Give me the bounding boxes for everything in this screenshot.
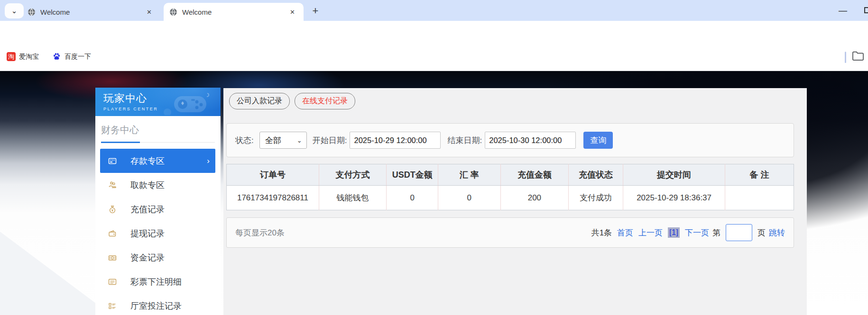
col-payment-method: 支付方式 <box>319 164 386 186</box>
tab-welcome-2[interactable]: Welcome ✕ <box>164 3 304 21</box>
col-submit-time: 提交时间 <box>623 164 725 186</box>
prev-page-link[interactable]: 上一页 <box>638 227 663 238</box>
next-page-link[interactable]: 下一页 <box>685 227 709 238</box>
col-order-number: 订单号 <box>227 164 319 186</box>
sidebar-subtitle: PLAYERS CENTER <box>103 107 221 111</box>
end-date-input[interactable] <box>485 132 576 149</box>
table-header-row: 订单号 支付方式 USDT金额 汇 率 充值金额 充值状态 提交时间 备 注 <box>227 164 794 186</box>
table-row: 1761734197826811 钱能钱包 0 0 200 支付成功 2025-… <box>227 186 794 210</box>
cell-usdt-amount: 0 <box>387 186 438 210</box>
cell-submit-time: 2025-10-29 18:36:37 <box>623 186 725 210</box>
deposit-icon <box>108 156 117 166</box>
sidebar-item-withdrawal-records[interactable]: 提现记录 <box>95 221 221 245</box>
background-wedge <box>0 220 111 315</box>
sidebar-item-label: 充值记录 <box>130 204 165 215</box>
jump-page-input[interactable] <box>726 224 752 241</box>
tab-company-deposit-records[interactable]: 公司入款记录 <box>229 93 290 109</box>
tab-close-icon[interactable]: ✕ <box>144 8 155 17</box>
cell-payment-method: 钱能钱包 <box>319 186 386 210</box>
bookmark-aitaobao[interactable]: 淘 爱淘宝 <box>7 52 39 61</box>
tab-strip: ⌄ Welcome ✕ Welcome ✕ + — <box>0 0 868 21</box>
col-exchange-rate: 汇 率 <box>438 164 501 186</box>
section-label: 财务中心 <box>101 124 215 136</box>
sidebar-item-label: 厅室投注记录 <box>130 300 182 312</box>
sidebar-item-fund-records[interactable]: 资金记录 <box>95 245 221 270</box>
tab-welcome-1[interactable]: Welcome ✕ <box>22 3 160 21</box>
jump-prefix: 第 <box>712 227 720 238</box>
tab-search-button[interactable]: ⌄ <box>5 3 24 18</box>
list-card-icon <box>108 277 117 287</box>
cell-exchange-rate: 0 <box>438 186 501 210</box>
gamepad-icon <box>162 90 214 115</box>
money-bag-icon <box>108 205 117 214</box>
records-table: 订单号 支付方式 USDT金额 汇 率 充值金额 充值状态 提交时间 备 注 1… <box>226 164 794 210</box>
filter-bar: 状态: 全部 ⌄ 开始日期: 结束日期: 查询 <box>226 123 794 157</box>
current-page: [1] <box>668 227 680 238</box>
sidebar-item-lottery-bet-details[interactable]: 彩票下注明细 <box>95 270 221 294</box>
status-select[interactable]: 全部 ⌄ <box>259 132 307 149</box>
pagination-bar: 每页显示20条 共1条 首页 上一页 [1] 下一页 第 页 跳转 <box>226 217 794 248</box>
cell-recharge-amount: 200 <box>500 186 569 210</box>
bookmark-label: 百度一下 <box>65 53 91 61</box>
tab-title: Welcome <box>40 8 144 16</box>
query-button[interactable]: 查询 <box>583 132 613 149</box>
jump-button[interactable]: 跳转 <box>769 227 785 238</box>
first-page-link[interactable]: 首页 <box>617 227 633 238</box>
tab-close-icon[interactable]: ✕ <box>287 8 298 17</box>
sidebar-item-label: 提现记录 <box>130 228 165 239</box>
bookmark-baidu[interactable]: 百度一下 <box>52 52 91 61</box>
col-recharge-amount: 充值金额 <box>500 164 569 186</box>
sidebar-item-label: 彩票下注明细 <box>130 276 182 288</box>
cell-remark <box>725 186 794 210</box>
bookmarks-folder-icon[interactable] <box>852 51 864 61</box>
taobao-icon: 淘 <box>7 52 16 61</box>
sidebar-item-withdraw-zone[interactable]: 取款专区 <box>95 173 221 197</box>
sidebar-menu: 存款专区 › 取款专区 充值记录 提现记录 资金记录 <box>95 149 221 315</box>
sidebar-item-recharge-records[interactable]: 充值记录 <box>95 197 221 221</box>
jump-suffix: 页 <box>757 227 766 238</box>
tab-online-payment-records[interactable]: 在线支付记录 <box>295 93 355 109</box>
chevron-down-icon: ⌄ <box>297 137 302 144</box>
new-tab-button[interactable]: + <box>308 4 323 18</box>
sidebar-item-deposit[interactable]: 存款专区 › <box>100 149 215 173</box>
cash-icon <box>108 253 117 262</box>
sidebar-banner: 玩家中心 PLAYERS CENTER <box>95 88 221 116</box>
maximize-button[interactable] <box>864 7 868 13</box>
browser-window: ⌄ Welcome ✕ Welcome ✕ + — ← → js13.cc/hh… <box>0 0 868 315</box>
tab-title: Welcome <box>182 8 287 16</box>
col-remark: 备 注 <box>725 164 794 186</box>
grid-list-icon <box>108 301 117 311</box>
status-selected-value: 全部 <box>265 135 281 146</box>
main-panel: 公司入款记录 在线支付记录 状态: 全部 ⌄ 开始日期: 结束日期: 查询 <box>223 88 807 315</box>
bookmark-label: 爱淘宝 <box>19 53 39 61</box>
col-usdt-amount: USDT金额 <box>387 164 438 186</box>
chevron-down-icon: ⌄ <box>11 7 18 15</box>
cell-recharge-status: 支付成功 <box>569 186 623 210</box>
sidebar-item-label: 取款专区 <box>130 180 165 191</box>
page-size-text: 每页显示20条 <box>235 227 285 238</box>
browser-toolbar: ← → js13.cc/hhcp/usercenter.html?iniType… <box>0 21 868 43</box>
end-date-label: 结束日期: <box>447 135 482 146</box>
bookmarks-bar: 淘 爱淘宝 百度一下 <box>0 43 868 71</box>
cell-order-number: 1761734197826811 <box>227 186 319 210</box>
status-label: 状态: <box>235 135 254 146</box>
globe-icon <box>28 8 36 16</box>
sidebar-item-hall-bet-records[interactable]: 厅室投注记录 <box>95 294 221 315</box>
minimize-button[interactable]: — <box>836 5 850 16</box>
record-tabs: 公司入款记录 在线支付记录 <box>223 88 807 109</box>
start-date-label: 开始日期: <box>313 135 347 146</box>
section-underline <box>101 142 215 143</box>
hand-coins-icon <box>108 180 117 190</box>
start-date-input[interactable] <box>350 132 441 149</box>
chevron-right-icon: › <box>207 156 210 166</box>
baidu-paw-icon <box>52 52 61 61</box>
pagination-controls: 共1条 首页 上一页 [1] 下一页 第 页 跳转 <box>591 224 785 241</box>
player-center-sidebar: 玩家中心 PLAYERS CENTER 财务中心 存款专区 › 取款专区 <box>95 88 221 315</box>
total-count: 共1条 <box>591 227 612 238</box>
page-background: 玩家中心 PLAYERS CENTER 财务中心 存款专区 › 取款专区 <box>0 71 868 315</box>
globe-icon <box>169 8 177 16</box>
sidebar-item-label: 资金记录 <box>130 252 165 263</box>
sidebar-section: 财务中心 <box>95 116 221 143</box>
bookmarks-divider <box>845 52 846 63</box>
wallet-icon <box>108 229 117 238</box>
